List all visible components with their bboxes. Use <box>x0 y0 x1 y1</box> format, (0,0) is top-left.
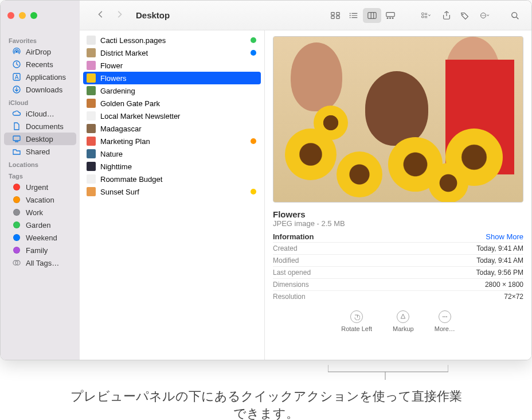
svg-rect-16 <box>392 17 394 18</box>
file-row[interactable]: Golden Gate Park <box>80 97 264 110</box>
sidebar-item-recents[interactable]: Recents <box>4 58 76 71</box>
tags-button[interactable] <box>456 8 474 23</box>
svg-rect-17 <box>422 13 424 14</box>
view-list-button[interactable] <box>345 8 363 23</box>
sidebar-item-airdrop[interactable]: AirDrop <box>4 45 76 58</box>
sidebar-item-icloud-[interactable]: iCloud… <box>4 107 76 120</box>
file-name: Flowers <box>100 74 256 83</box>
sidebar-item-work[interactable]: Work <box>4 206 76 219</box>
file-thumbnail-icon <box>87 187 96 196</box>
cloud-icon <box>12 109 21 118</box>
svg-text:A: A <box>15 74 19 80</box>
file-row[interactable]: Nighttime <box>80 160 264 173</box>
file-row[interactable]: Flower <box>80 59 264 72</box>
group-button[interactable] <box>414 8 437 23</box>
download-icon <box>12 85 21 94</box>
sidebar-item-label: iCloud… <box>26 110 54 118</box>
file-thumbnail-icon <box>87 149 96 158</box>
quick-action-rotate[interactable]: Rotate Left <box>341 310 372 332</box>
file-thumbnail-icon <box>87 174 96 184</box>
minimize-button[interactable] <box>19 12 26 19</box>
zoom-button[interactable] <box>30 12 37 19</box>
back-button[interactable] <box>97 10 105 21</box>
clock-icon <box>12 60 21 69</box>
tag-dot-icon <box>12 246 21 255</box>
svg-rect-0 <box>331 12 334 15</box>
file-thumbnail-icon <box>87 36 96 45</box>
doc-icon <box>12 122 21 131</box>
file-tag-dot-icon <box>251 50 256 56</box>
share-button[interactable] <box>437 8 456 23</box>
info-row: CreatedToday, 9:41 AM <box>273 242 523 254</box>
sidebar-item-documents[interactable]: Documents <box>4 120 76 133</box>
file-thumbnail-icon <box>87 48 96 57</box>
quick-action-label: Markup <box>393 325 414 332</box>
sidebar-item-all-tags-[interactable]: All Tags… <box>4 256 76 269</box>
info-row: Dimensions2800 × 1800 <box>273 278 523 290</box>
view-gallery-button[interactable] <box>381 8 400 23</box>
sidebar-section-header: Favorites <box>1 34 80 45</box>
file-row[interactable]: District Market <box>80 46 264 59</box>
sidebar-item-label: Weekend <box>26 234 57 242</box>
file-row[interactable]: Sunset Surf <box>80 185 264 198</box>
info-row: Last openedToday, 9:56 PM <box>273 266 523 278</box>
info-key: Created <box>273 244 298 252</box>
quick-action-markup[interactable]: Markup <box>393 310 414 332</box>
desktop-icon <box>12 134 21 143</box>
callout-bracket-icon <box>328 365 448 381</box>
svg-point-9 <box>350 17 351 18</box>
sidebar-item-label: Applications <box>26 73 66 81</box>
sidebar-item-label: Downloads <box>26 85 62 94</box>
forward-button[interactable] <box>115 10 123 21</box>
svg-rect-10 <box>368 12 376 18</box>
sidebar-item-vacation[interactable]: Vacation <box>4 193 76 206</box>
sidebar-item-label: Shared <box>26 147 50 156</box>
close-button[interactable] <box>7 12 14 19</box>
sidebar-item-garden[interactable]: Garden <box>4 219 76 231</box>
file-row[interactable]: Roommate Budget <box>80 173 264 185</box>
sidebar-item-applications[interactable]: AApplications <box>4 71 76 83</box>
file-name: Nature <box>100 150 256 158</box>
view-columns-button[interactable] <box>363 8 381 23</box>
tag-dot-icon <box>12 233 21 242</box>
file-row[interactable]: Flowers <box>83 72 261 84</box>
file-row[interactable]: Nature <box>80 147 264 160</box>
show-more-link[interactable]: Show More <box>486 232 523 241</box>
file-thumbnail-icon <box>87 162 96 171</box>
sidebar-section-header: iCloud <box>1 96 80 107</box>
quick-action-more[interactable]: More… <box>435 310 455 332</box>
file-row[interactable]: Gardening <box>80 84 264 97</box>
file-tag-dot-icon <box>251 138 256 144</box>
svg-point-28 <box>512 12 517 17</box>
info-key: Modified <box>273 256 299 265</box>
file-row[interactable]: Local Market Newsletter <box>80 110 264 122</box>
sidebar-item-family[interactable]: Family <box>4 244 76 256</box>
file-tag-dot-icon <box>251 189 256 195</box>
svg-line-29 <box>517 17 519 19</box>
sidebar: FavoritesAirDropRecentsAApplicationsDown… <box>1 30 80 360</box>
svg-rect-35 <box>13 136 20 141</box>
info-value: Today, 9:41 AM <box>476 256 523 265</box>
sidebar-item-weekend[interactable]: Weekend <box>4 231 76 244</box>
apps-icon: A <box>12 72 21 81</box>
tag-dot-icon <box>12 182 21 192</box>
info-row: Resolution72×72 <box>273 290 523 302</box>
sidebar-item-shared[interactable]: Shared <box>4 145 76 158</box>
sidebar-item-label: Urgent <box>26 183 48 192</box>
sidebar-item-desktop[interactable]: Desktop <box>4 133 76 145</box>
sidebar-item-label: Work <box>26 208 43 217</box>
action-button[interactable] <box>474 8 496 23</box>
sidebar-item-downloads[interactable]: Downloads <box>4 83 76 96</box>
svg-point-23 <box>462 14 463 15</box>
sidebar-item-urgent[interactable]: Urgent <box>4 181 76 193</box>
preview-image <box>273 36 523 203</box>
search-button[interactable] <box>506 8 525 23</box>
preview-title: Flowers <box>273 209 523 219</box>
file-row[interactable]: Cacti Lesson.pages <box>80 34 264 46</box>
file-row[interactable]: Marketing Plan <box>80 135 264 147</box>
file-thumbnail-icon <box>87 111 96 120</box>
view-icons-button[interactable] <box>326 8 345 23</box>
file-row[interactable]: Madagascar <box>80 122 264 135</box>
tag-dot-icon <box>12 195 21 204</box>
svg-point-7 <box>350 13 351 14</box>
